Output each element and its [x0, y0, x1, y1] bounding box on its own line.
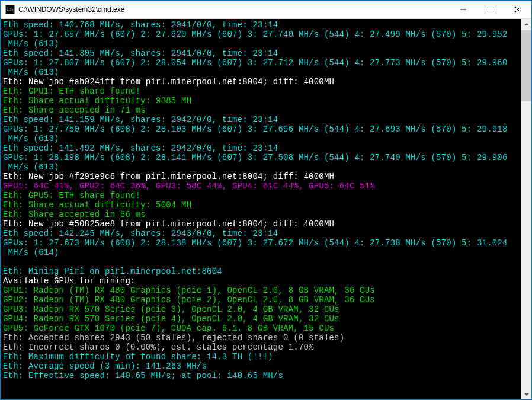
terminal-line: Eth: Share accepted in 66 ms [3, 210, 519, 219]
text-run: Eth: Accepted shares 2943 (50 stales), r… [3, 333, 344, 343]
text-run: Available GPUs for mining: [3, 276, 136, 286]
terminal-line: Eth speed: 140.768 MH/s, shares: 2941/0/… [3, 20, 519, 30]
terminal-line: Eth: New job #ab0241ff from pirl.minerpo… [3, 77, 519, 87]
terminal-line: Eth speed: 141.492 MH/s, shares: 2942/0/… [3, 143, 519, 153]
text-run: Eth speed: 140.768 MH/s, shares: 2941/0/… [3, 20, 278, 30]
terminal-line: Eth: Incorrect shares 0 (0.00%), est. st… [3, 343, 519, 352]
text-run: Eth: New job #ab0241ff from pirl.minerpo… [3, 77, 334, 87]
scroll-up-button[interactable] [521, 19, 531, 29]
text-run: Eth speed: 141.492 MH/s, shares: 2942/0/… [3, 143, 278, 153]
terminal-line: GPU1: 64C 41%, GPU2: 64C 36%, GPU3: 58C … [3, 181, 519, 191]
terminal-line: Eth: Mining Pirl on pirl.minerpool.net:8… [3, 267, 519, 276]
text-run: MH/s (613) [3, 39, 59, 49]
text-run: Eth: Mining Pirl on pirl.minerpool.net:8… [3, 267, 222, 276]
scroll-down-button[interactable] [521, 389, 531, 399]
terminal-line: MH/s (613) [3, 162, 519, 172]
text-run: Eth speed: 142.245 MH/s, shares: 2943/0/… [3, 229, 278, 238]
text-run: Eth: Maximum difficulty of found share: … [3, 352, 273, 361]
text-run: Eth: Share accepted in 71 ms [3, 105, 146, 115]
terminal-line: Eth: GPU5: ETH share found! [3, 191, 519, 200]
maximize-icon [488, 7, 493, 12]
close-button[interactable] [504, 1, 531, 18]
minimize-button[interactable] [450, 1, 477, 18]
cmd-window: C:\ C:\WINDOWS\system32\cmd.exe Eth spee… [0, 0, 532, 400]
terminal-line: MH/s (613) [3, 68, 519, 77]
text-run: GPU1: Radeon (TM) RX 480 Graphics (pcie … [3, 286, 375, 295]
terminal-line: GPUs: 1: 27.750 MH/s (608) 2: 28.103 MH/… [3, 124, 519, 134]
scrollbar[interactable] [521, 19, 531, 399]
terminal-line: Eth: Accepted shares 2943 (50 stales), r… [3, 333, 519, 343]
terminal-area: Eth speed: 140.768 MH/s, shares: 2941/0/… [1, 19, 531, 399]
terminal-line: MH/s (613) [3, 134, 519, 143]
window-title: C:\WINDOWS\system32\cmd.exe [18, 5, 450, 14]
text-run: GPUs: 1: 28.198 MH/s (608) 2: 28.141 MH/… [3, 153, 508, 162]
text-run: MH/s (613) [3, 134, 59, 143]
text-run: GPUs: 1: 27.750 MH/s (608) 2: 28.103 MH/… [3, 124, 508, 134]
terminal-line [3, 257, 519, 267]
terminal-line: Eth: New job #f291e9c6 from pirl.minerpo… [3, 172, 519, 181]
terminal-output[interactable]: Eth speed: 140.768 MH/s, shares: 2941/0/… [1, 19, 521, 399]
terminal-line: Eth: New job #50825ae8 from pirl.minerpo… [3, 219, 519, 229]
cmd-icon: C:\ [5, 5, 15, 14]
text-run: Eth: Share actual difficulty: 9385 MH [3, 96, 191, 105]
close-icon [515, 7, 521, 12]
text-run: Eth: Effective speed: 140.65 MH/s; at po… [3, 371, 283, 380]
svg-marker-4 [524, 23, 529, 25]
text-run: Eth speed: 141.305 MH/s, shares: 2941/0/… [3, 49, 278, 58]
terminal-line: GPU1: Radeon (TM) RX 480 Graphics (pcie … [3, 286, 519, 295]
terminal-line: Eth: Share actual difficulty: 9385 MH [3, 96, 519, 105]
text-run: Eth: New job #f291e9c6 from pirl.minerpo… [3, 172, 334, 181]
terminal-line: GPUs: 1: 27.807 MH/s (607) 2: 28.054 MH/… [3, 58, 519, 68]
text-run: Eth: Average speed (3 min): 141.263 MH/s [3, 361, 207, 371]
maximize-button[interactable] [477, 1, 504, 18]
chevron-down-icon [524, 393, 529, 396]
terminal-line: GPUs: 1: 28.198 MH/s (608) 2: 28.141 MH/… [3, 153, 519, 162]
text-run: GPUs: 1: 27.657 MH/s (607) 2: 27.920 MH/… [3, 30, 508, 39]
minimize-icon [460, 7, 466, 12]
text-run: GPU4: Radeon RX 570 Series (pcie 4), Ope… [3, 314, 339, 324]
scroll-thumb[interactable] [521, 30, 531, 101]
terminal-line: Available GPUs for mining: [3, 276, 519, 286]
terminal-line: Eth speed: 141.305 MH/s, shares: 2941/0/… [3, 49, 519, 58]
text-run: GPUs: 1: 27.807 MH/s (607) 2: 28.054 MH/… [3, 58, 508, 68]
text-run: GPU3: Radeon RX 570 Series (pcie 3), Ope… [3, 305, 339, 314]
chevron-up-icon [524, 23, 529, 25]
terminal-line: Eth speed: 141.159 MH/s, shares: 2942/0/… [3, 115, 519, 124]
terminal-line: GPUs: 1: 27.673 MH/s (608) 2: 28.138 MH/… [3, 238, 519, 248]
text-run: MH/s (614) [3, 248, 59, 257]
terminal-line: GPU5: GeForce GTX 1070 (pcie 7), CUDA ca… [3, 324, 519, 333]
terminal-line: Eth: Maximum difficulty of found share: … [3, 352, 519, 361]
svg-marker-5 [524, 393, 529, 396]
terminal-line: Eth: Share accepted in 71 ms [3, 105, 519, 115]
terminal-line: GPUs: 1: 27.657 MH/s (607) 2: 27.920 MH/… [3, 30, 519, 39]
scroll-track[interactable] [521, 29, 531, 389]
text-run: MH/s (613) [3, 68, 59, 77]
svg-rect-1 [488, 7, 493, 12]
text-run: GPU2: Radeon (TM) RX 480 Graphics (pcie … [3, 295, 375, 305]
text-run: Eth speed: 141.159 MH/s, shares: 2942/0/… [3, 115, 278, 124]
text-run: GPUs: 1: 27.673 MH/s (608) 2: 28.138 MH/… [3, 238, 508, 248]
terminal-line: MH/s (614) [3, 248, 519, 257]
text-run: GPU5: GeForce GTX 1070 (pcie 7), CUDA ca… [3, 324, 334, 333]
text-run: Eth: Incorrect shares 0 (0.00%), est. st… [3, 343, 314, 352]
terminal-line: GPU4: Radeon RX 570 Series (pcie 4), Ope… [3, 314, 519, 324]
window-controls [450, 1, 531, 18]
text-run: Eth: GPU1: ETH share found! [3, 87, 140, 96]
terminal-line: Eth speed: 142.245 MH/s, shares: 2943/0/… [3, 229, 519, 238]
terminal-line: Eth: Average speed (3 min): 141.263 MH/s [3, 361, 519, 371]
terminal-line: MH/s (613) [3, 39, 519, 49]
text-run: Eth: New job #50825ae8 from pirl.minerpo… [3, 219, 334, 229]
text-run: GPU1: 64C 41%, GPU2: 64C 36%, GPU3: 58C … [3, 181, 375, 191]
text-run: Eth: GPU5: ETH share found! [3, 191, 140, 200]
text-run: MH/s (613) [3, 162, 59, 172]
terminal-line: GPU2: Radeon (TM) RX 480 Graphics (pcie … [3, 295, 519, 305]
terminal-line: GPU3: Radeon RX 570 Series (pcie 3), Ope… [3, 305, 519, 314]
titlebar[interactable]: C:\ C:\WINDOWS\system32\cmd.exe [1, 1, 531, 19]
text-run: Eth: Share accepted in 66 ms [3, 210, 146, 219]
text-run [3, 257, 8, 267]
text-run: Eth: Share actual difficulty: 5004 MH [3, 200, 191, 210]
terminal-line: Eth: Share actual difficulty: 5004 MH [3, 200, 519, 210]
terminal-line: Eth: Effective speed: 140.65 MH/s; at po… [3, 371, 519, 380]
terminal-line: Eth: GPU1: ETH share found! [3, 87, 519, 96]
